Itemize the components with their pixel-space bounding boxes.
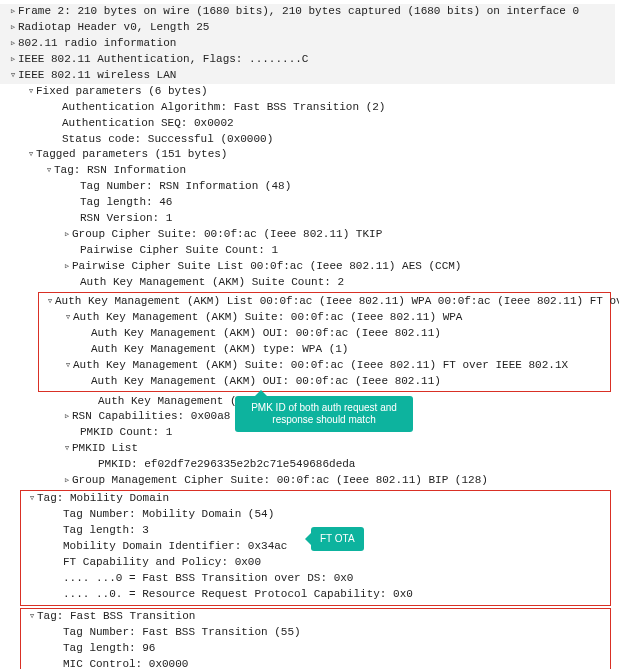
chevron-right-icon: ▹ [8, 20, 18, 36]
text: Authentication Algorithm: Fast BSS Trans… [62, 100, 385, 116]
text: IEEE 802.11 wireless LAN [18, 68, 176, 84]
callout-ft-ota: FT OTA [311, 527, 364, 551]
text: Tag: RSN Information [54, 163, 186, 179]
chevron-right-icon: ▹ [8, 52, 18, 68]
akm-suite-count: Auth Key Management (AKM) Suite Count: 2 [0, 275, 615, 291]
chevron-down-icon: ▿ [27, 491, 37, 507]
pmkid-value: PMKID: ef02df7e296335e2b2c71e549686deda [0, 457, 615, 473]
akm-suite-ft[interactable]: ▿Auth Key Management (AKM) Suite: 00:0f:… [39, 358, 610, 374]
text: Auth Key Management (AKM) Suite Count: 2 [80, 275, 344, 291]
callout-text: FT OTA [320, 533, 355, 544]
text: Mobility Domain Identifier: 0x34ac [63, 539, 287, 555]
akm-wpa-type: Auth Key Management (AKM) type: WPA (1) [39, 342, 610, 358]
text: Auth Key Management (AKM) type: WPA (1) [91, 342, 348, 358]
text: .... ...0 = Fast BSS Transition over DS:… [63, 571, 353, 587]
text: Tag: Fast BSS Transition [37, 609, 195, 625]
md-ft-capability: FT Capability and Policy: 0x00 [21, 555, 610, 571]
ft-tag-number: Tag Number: Fast BSS Transition (55) [21, 625, 610, 641]
text: Tag Number: RSN Information (48) [80, 179, 291, 195]
chevron-down-icon: ▿ [8, 68, 18, 84]
chevron-down-icon: ▿ [26, 147, 36, 163]
tag-rsn[interactable]: ▿Tag: RSN Information [0, 163, 615, 179]
chevron-right-icon: ▹ [62, 473, 72, 489]
chevron-right-icon: ▹ [62, 259, 72, 275]
chevron-right-icon: ▹ [8, 4, 18, 20]
text: .... ..0. = Resource Request Protocol Ca… [63, 587, 413, 603]
rsn-version: RSN Version: 1 [0, 211, 615, 227]
text: Pairwise Cipher Suite List 00:0f:ac (Iee… [72, 259, 461, 275]
md-rrp-capability: .... ..0. = Resource Request Protocol Ca… [21, 587, 610, 603]
text: Tag: Mobility Domain [37, 491, 169, 507]
group-cipher-suite[interactable]: ▹Group Cipher Suite: 00:0f:ac (Ieee 802.… [0, 227, 615, 243]
text: IEEE 802.11 Authentication, Flags: .....… [18, 52, 308, 68]
akm-suite-wpa[interactable]: ▿Auth Key Management (AKM) Suite: 00:0f:… [39, 310, 610, 326]
section-auth[interactable]: ▹IEEE 802.11 Authentication, Flags: ....… [0, 52, 615, 68]
group-mgmt-cipher[interactable]: ▹Group Management Cipher Suite: 00:0f:ac… [0, 473, 615, 489]
ft-mic-control: MIC Control: 0x0000 [21, 657, 610, 670]
akm-wpa-oui: Auth Key Management (AKM) OUI: 00:0f:ac … [39, 326, 610, 342]
text: Auth Key Management (AKM) OUI: 00:0f:ac … [91, 326, 441, 342]
section-radiotap[interactable]: ▹Radiotap Header v0, Length 25 [0, 20, 615, 36]
chevron-down-icon: ▿ [27, 609, 37, 625]
text: Frame 2: 210 bytes on wire (1680 bits), … [18, 4, 579, 20]
chevron-down-icon: ▿ [45, 294, 55, 310]
highlight-fast-bss-box: ▿Tag: Fast BSS Transition Tag Number: Fa… [20, 608, 611, 669]
text: Auth Key Management (AKM) Suite: 00:0f:a… [73, 310, 462, 326]
text: Authentication SEQ: 0x0002 [62, 116, 234, 132]
tag-mobility-domain[interactable]: ▿Tag: Mobility Domain [21, 491, 610, 507]
text: FT Capability and Policy: 0x00 [63, 555, 261, 571]
chevron-down-icon: ▿ [26, 84, 36, 100]
chevron-down-icon: ▿ [63, 358, 73, 374]
text: Group Cipher Suite: 00:0f:ac (Ieee 802.1… [72, 227, 382, 243]
akm-ft-oui: Auth Key Management (AKM) OUI: 00:0f:ac … [39, 374, 610, 390]
tagged-params[interactable]: ▿Tagged parameters (151 bytes) [0, 147, 615, 163]
highlight-mobility-domain-box: ▿Tag: Mobility Domain Tag Number: Mobili… [20, 490, 611, 606]
section-frame[interactable]: ▹Frame 2: 210 bytes on wire (1680 bits),… [0, 4, 615, 20]
chevron-down-icon: ▿ [63, 310, 73, 326]
text: RSN Capabilities: 0x00a8 [72, 409, 230, 425]
rsn-tag-length: Tag length: 46 [0, 195, 615, 211]
md-ft-over-ds: .... ...0 = Fast BSS Transition over DS:… [21, 571, 610, 587]
text: 802.11 radio information [18, 36, 176, 52]
text: Group Management Cipher Suite: 00:0f:ac … [72, 473, 488, 489]
text: Pairwise Cipher Suite Count: 1 [80, 243, 278, 259]
text: Tag length: 46 [80, 195, 172, 211]
akm-list[interactable]: ▿Auth Key Management (AKM) List 00:0f:ac… [39, 294, 610, 310]
text: Fixed parameters (6 bytes) [36, 84, 208, 100]
text: Tag Number: Mobility Domain (54) [63, 507, 274, 523]
tag-fast-bss[interactable]: ▿Tag: Fast BSS Transition [21, 609, 610, 625]
text: Auth Key Management (AKM) Suite: 00:0f:a… [73, 358, 568, 374]
chevron-down-icon: ▿ [62, 441, 72, 457]
chevron-down-icon: ▿ [44, 163, 54, 179]
pmkid-list[interactable]: ▿PMKID List [0, 441, 615, 457]
text: Auth Key Management (AKM) List 00:0f:ac … [55, 294, 619, 310]
text: Tag length: 3 [63, 523, 149, 539]
text: MIC Control: 0x0000 [63, 657, 188, 670]
auth-seq: Authentication SEQ: 0x0002 [0, 116, 615, 132]
auth-algo: Authentication Algorithm: Fast BSS Trans… [0, 100, 615, 116]
text: PMKID Count: 1 [80, 425, 172, 441]
fixed-params[interactable]: ▿Fixed parameters (6 bytes) [0, 84, 615, 100]
callout-pmk-id: PMK ID of both auth request and response… [235, 396, 413, 432]
rsn-tag-number: Tag Number: RSN Information (48) [0, 179, 615, 195]
ft-tag-length: Tag length: 96 [21, 641, 610, 657]
text: Auth Key Management (AKM) OUI: 00:0f:ac … [91, 374, 441, 390]
text: Status code: Successful (0x0000) [62, 132, 273, 148]
section-radio-info[interactable]: ▹802.11 radio information [0, 36, 615, 52]
pairwise-list[interactable]: ▹Pairwise Cipher Suite List 00:0f:ac (Ie… [0, 259, 615, 275]
pairwise-count: Pairwise Cipher Suite Count: 1 [0, 243, 615, 259]
text: RSN Version: 1 [80, 211, 172, 227]
highlight-akm-box: ▿Auth Key Management (AKM) List 00:0f:ac… [38, 292, 611, 392]
text: Tagged parameters (151 bytes) [36, 147, 227, 163]
text: PMKID List [72, 441, 138, 457]
md-tag-number: Tag Number: Mobility Domain (54) [21, 507, 610, 523]
section-wlan[interactable]: ▿IEEE 802.11 wireless LAN [0, 68, 615, 84]
callout-text: PMK ID of both auth request and response… [251, 402, 397, 425]
chevron-right-icon: ▹ [62, 227, 72, 243]
packet-dissection-tree: ▹Frame 2: 210 bytes on wire (1680 bits),… [0, 0, 619, 669]
text: PMKID: ef02df7e296335e2b2c71e549686deda [98, 457, 355, 473]
chevron-right-icon: ▹ [62, 409, 72, 425]
chevron-right-icon: ▹ [8, 36, 18, 52]
text: Tag Number: Fast BSS Transition (55) [63, 625, 301, 641]
text: Radiotap Header v0, Length 25 [18, 20, 209, 36]
